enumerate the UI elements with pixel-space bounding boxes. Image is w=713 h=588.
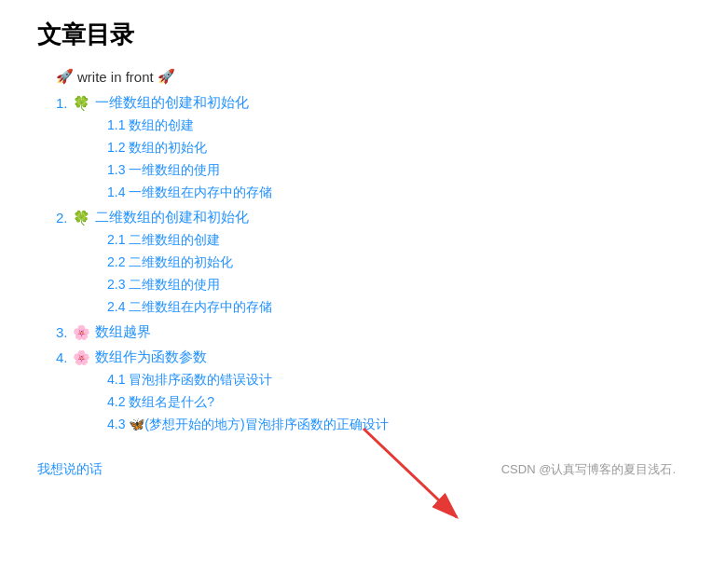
toc-sub-item-1-1: 1.1 数组的创建: [107, 116, 676, 134]
toc-sub-item-1-1-link[interactable]: 1.1 数组的创建: [107, 117, 194, 132]
write-in-front-prefix-emoji: 🚀: [56, 68, 74, 85]
toc-sub-item-2-1-link[interactable]: 2.1 二维数组的创建: [107, 232, 220, 247]
toc-sub-item-2-1: 2.1 二维数组的创建: [107, 231, 676, 249]
toc-item-2-number: 2.: [56, 210, 68, 226]
toc-container: 🚀 write in front 🚀 1. 🍀 一维数组的创建和初始化 1.1 …: [37, 68, 676, 433]
toc-sub-item-1-3-link[interactable]: 1.3 一维数组的使用: [107, 162, 220, 177]
toc-item-4-sub-list: 4.1 冒泡排序函数的错误设计 4.2 数组名是什么? 4.3 🦋(梦想开始的地…: [56, 371, 676, 433]
footer-credit: CSDN @认真写博客的夏目浅石.: [501, 461, 676, 478]
toc-sub-item-4-2: 4.2 数组名是什么?: [107, 393, 676, 411]
toc-sub-item-1-4: 1.4 一维数组在内存中的存储: [107, 184, 676, 201]
page-title: 文章目录: [37, 19, 676, 51]
toc-item-4-number: 4.: [56, 349, 68, 365]
toc-item-3-emoji: 🌸: [73, 324, 90, 341]
toc-item-3: 3. 🌸 数组越界: [56, 323, 676, 341]
toc-item-4-emoji: 🌸: [73, 349, 90, 366]
toc-sub-item-4-1-link[interactable]: 4.1 冒泡排序函数的错误设计: [107, 372, 272, 387]
toc-sub-item-2-3: 2.3 二维数组的使用: [107, 276, 676, 294]
toc-sub-item-2-2: 2.2 二维数组的初始化: [107, 253, 676, 271]
toc-item-3-label: 数组越界: [95, 323, 151, 341]
toc-list: 1. 🍀 一维数组的创建和初始化 1.1 数组的创建 1.2 数组的初始化 1.…: [56, 94, 676, 433]
toc-item-1-label: 一维数组的创建和初始化: [95, 94, 249, 112]
toc-item-3-number: 3.: [56, 324, 68, 340]
toc-item-2: 2. 🍀 二维数组的创建和初始化 2.1 二维数组的创建 2.2 二维数组的初始…: [56, 209, 676, 316]
toc-sub-item-4-2-link[interactable]: 4.2 数组名是什么?: [107, 394, 214, 409]
toc-item-3-main[interactable]: 3. 🌸 数组越界: [56, 323, 676, 341]
toc-item-4: 4. 🌸 数组作为函数参数 4.1 冒泡排序函数的错误设计 4.2 数组名是什么…: [56, 349, 676, 433]
toc-sub-item-1-2-link[interactable]: 1.2 数组的初始化: [107, 140, 207, 155]
toc-sub-item-2-4-link[interactable]: 2.4 二维数组在内存中的存储: [107, 299, 272, 314]
toc-sub-item-2-2-link[interactable]: 2.2 二维数组的初始化: [107, 254, 233, 269]
toc-item-2-emoji: 🍀: [73, 210, 90, 226]
toc-item-1-number: 1.: [56, 95, 68, 111]
toc-item-2-sub-list: 2.1 二维数组的创建 2.2 二维数组的初始化 2.3 二维数组的使用 2.4…: [56, 231, 676, 316]
footer-link[interactable]: 我想说的话: [37, 461, 103, 478]
toc-item-1-sub-list: 1.1 数组的创建 1.2 数组的初始化 1.3 一维数组的使用 1.4 一维数…: [56, 116, 676, 201]
toc-sub-item-2-3-link[interactable]: 2.3 二维数组的使用: [107, 277, 220, 292]
toc-item-1: 1. 🍀 一维数组的创建和初始化 1.1 数组的创建 1.2 数组的初始化 1.…: [56, 94, 676, 201]
toc-sub-item-1-3: 1.3 一维数组的使用: [107, 161, 676, 179]
toc-item-2-label: 二维数组的创建和初始化: [95, 209, 249, 226]
toc-sub-item-1-2: 1.2 数组的初始化: [107, 139, 676, 157]
write-in-front-section: 🚀 write in front 🚀: [56, 68, 676, 85]
toc-item-4-label: 数组作为函数参数: [95, 349, 207, 366]
write-in-front-suffix-emoji: 🚀: [158, 68, 175, 85]
toc-sub-item-2-4: 2.4 二维数组在内存中的存储: [107, 298, 676, 316]
toc-item-2-main[interactable]: 2. 🍀 二维数组的创建和初始化: [56, 209, 676, 226]
toc-sub-item-4-1: 4.1 冒泡排序函数的错误设计: [107, 371, 676, 389]
toc-item-1-emoji: 🍀: [73, 95, 90, 112]
footer-row: 我想说的话 CSDN @认真写博客的夏目浅石.: [37, 452, 676, 478]
write-in-front-text: write in front: [77, 69, 154, 85]
toc-item-4-main[interactable]: 4. 🌸 数组作为函数参数: [56, 349, 676, 366]
toc-sub-item-1-4-link[interactable]: 1.4 一维数组在内存中的存储: [107, 185, 272, 199]
toc-item-1-main[interactable]: 1. 🍀 一维数组的创建和初始化: [56, 94, 676, 112]
toc-sub-item-4-3: 4.3 🦋(梦想开始的地方)冒泡排序函数的正确设计: [107, 416, 676, 433]
toc-sub-item-4-3-link[interactable]: 4.3 🦋(梦想开始的地方)冒泡排序函数的正确设计: [107, 417, 389, 431]
